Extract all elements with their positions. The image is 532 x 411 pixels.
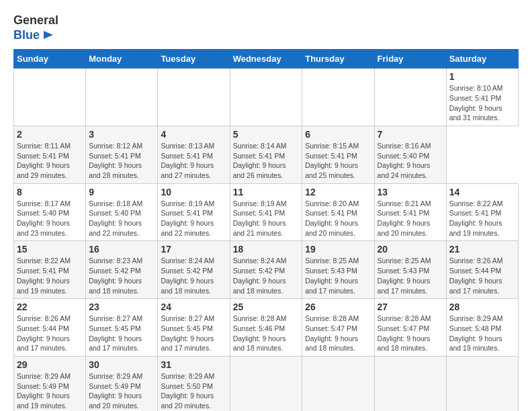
day-info: Sunrise: 8:11 AMSunset: 5:41 PMDaylight:… [17, 141, 83, 181]
day-cell-12: 12Sunrise: 8:20 AMSunset: 5:41 PMDayligh… [302, 183, 374, 241]
day-info: Sunrise: 8:18 AMSunset: 5:40 PMDaylight:… [89, 199, 154, 238]
day-number: 14 [449, 187, 515, 197]
logo-arrow-icon [41, 30, 54, 40]
day-cell-15: 15Sunrise: 8:22 AMSunset: 5:41 PMDayligh… [14, 241, 86, 299]
empty-cell [86, 68, 158, 126]
calendar-week-3: 8Sunrise: 8:17 AMSunset: 5:40 PMDaylight… [14, 183, 519, 241]
day-info: Sunrise: 8:19 AMSunset: 5:41 PMDaylight:… [233, 199, 300, 238]
day-cell-7: 7Sunrise: 8:16 AMSunset: 5:40 PMDaylight… [374, 126, 446, 183]
day-number: 22 [17, 302, 83, 312]
empty-cell [230, 68, 302, 126]
day-info: Sunrise: 8:28 AMSunset: 5:47 PMDaylight:… [305, 314, 371, 353]
empty-cell [374, 68, 446, 126]
day-info: Sunrise: 8:12 AMSunset: 5:41 PMDaylight:… [89, 141, 154, 181]
header-monday: Monday [86, 50, 158, 68]
day-number: 17 [161, 244, 226, 255]
empty-cell [302, 68, 374, 126]
day-info: Sunrise: 8:16 AMSunset: 5:40 PMDaylight:… [378, 141, 443, 181]
day-number: 19 [305, 244, 371, 255]
day-info: Sunrise: 8:21 AMSunset: 5:41 PMDaylight:… [378, 199, 443, 238]
calendar-week-4: 15Sunrise: 8:22 AMSunset: 5:41 PMDayligh… [14, 241, 519, 299]
logo-general: General [13, 13, 58, 28]
header-thursday: Thursday [302, 50, 374, 68]
day-info: Sunrise: 8:28 AMSunset: 5:46 PMDaylight:… [233, 314, 300, 353]
day-cell-20: 20Sunrise: 8:25 AMSunset: 5:43 PMDayligh… [374, 241, 446, 299]
day-info: Sunrise: 8:29 AMSunset: 5:50 PMDaylight:… [161, 371, 226, 411]
day-cell-4: 4Sunrise: 8:13 AMSunset: 5:41 PMDaylight… [158, 126, 230, 183]
day-cell-10: 10Sunrise: 8:19 AMSunset: 5:41 PMDayligh… [158, 183, 230, 241]
day-cell-28: 28Sunrise: 8:29 AMSunset: 5:48 PMDayligh… [446, 299, 518, 357]
day-info: Sunrise: 8:28 AMSunset: 5:47 PMDaylight:… [378, 314, 443, 353]
day-info: Sunrise: 8:26 AMSunset: 5:44 PMDaylight:… [449, 256, 515, 295]
svg-marker-0 [44, 31, 53, 39]
day-number: 31 [161, 359, 226, 370]
day-number: 12 [305, 187, 371, 197]
day-cell-30: 30Sunrise: 8:29 AMSunset: 5:49 PMDayligh… [86, 356, 158, 411]
day-number: 26 [305, 302, 371, 312]
calendar-week-6: 29Sunrise: 8:29 AMSunset: 5:49 PMDayligh… [14, 356, 519, 411]
header-sunday: Sunday [14, 50, 86, 68]
header-tuesday: Tuesday [158, 50, 230, 68]
day-cell-6: 6Sunrise: 8:15 AMSunset: 5:41 PMDaylight… [302, 126, 374, 183]
day-number: 20 [378, 244, 443, 255]
day-cell-19: 19Sunrise: 8:25 AMSunset: 5:43 PMDayligh… [302, 241, 374, 299]
calendar-week-2: 2Sunrise: 8:11 AMSunset: 5:41 PMDaylight… [14, 126, 519, 183]
day-cell-22: 22Sunrise: 8:26 AMSunset: 5:44 PMDayligh… [14, 299, 86, 357]
day-info: Sunrise: 8:22 AMSunset: 5:41 PMDaylight:… [449, 199, 515, 238]
day-info: Sunrise: 8:23 AMSunset: 5:42 PMDaylight:… [89, 256, 154, 295]
day-info: Sunrise: 8:17 AMSunset: 5:40 PMDaylight:… [17, 199, 83, 238]
empty-cell [374, 356, 446, 411]
day-number: 27 [378, 302, 443, 312]
day-info: Sunrise: 8:25 AMSunset: 5:43 PMDaylight:… [305, 256, 371, 295]
day-number: 21 [449, 244, 515, 255]
day-number: 13 [378, 187, 443, 197]
day-cell-31: 31Sunrise: 8:29 AMSunset: 5:50 PMDayligh… [158, 356, 230, 411]
day-info: Sunrise: 8:20 AMSunset: 5:41 PMDaylight:… [305, 199, 371, 238]
day-number: 10 [161, 187, 226, 197]
day-cell-23: 23Sunrise: 8:27 AMSunset: 5:45 PMDayligh… [86, 299, 158, 357]
day-number: 8 [17, 187, 83, 197]
day-info: Sunrise: 8:13 AMSunset: 5:41 PMDaylight:… [161, 141, 226, 181]
day-number: 28 [449, 302, 515, 312]
day-number: 18 [233, 244, 300, 255]
day-info: Sunrise: 8:29 AMSunset: 5:49 PMDaylight:… [89, 371, 154, 411]
day-cell-26: 26Sunrise: 8:28 AMSunset: 5:47 PMDayligh… [302, 299, 374, 357]
day-number: 24 [161, 302, 226, 312]
header-saturday: Saturday [446, 50, 518, 68]
empty-cell [446, 356, 518, 411]
day-cell-3: 3Sunrise: 8:12 AMSunset: 5:41 PMDaylight… [86, 126, 158, 183]
empty-cell [230, 356, 302, 411]
day-cell-13: 13Sunrise: 8:21 AMSunset: 5:41 PMDayligh… [374, 183, 446, 241]
day-cell-5: 5Sunrise: 8:14 AMSunset: 5:41 PMDaylight… [230, 126, 302, 183]
day-number: 25 [233, 302, 300, 312]
empty-cell [14, 68, 86, 126]
day-info: Sunrise: 8:24 AMSunset: 5:42 PMDaylight:… [233, 256, 300, 295]
calendar-week-1: 1Sunrise: 8:10 AMSunset: 5:41 PMDaylight… [14, 68, 519, 126]
logo-blue: Blue [13, 28, 40, 43]
day-cell-9: 9Sunrise: 8:18 AMSunset: 5:40 PMDaylight… [86, 183, 158, 241]
day-number: 2 [17, 129, 83, 140]
day-cell-8: 8Sunrise: 8:17 AMSunset: 5:40 PMDaylight… [14, 183, 86, 241]
day-number: 5 [233, 129, 300, 140]
day-cell-14: 14Sunrise: 8:22 AMSunset: 5:41 PMDayligh… [446, 183, 518, 241]
day-number: 11 [233, 187, 300, 197]
day-number: 7 [378, 129, 443, 140]
header: General Blue [13, 13, 519, 42]
empty-cell [302, 356, 374, 411]
day-number: 1 [449, 71, 515, 82]
day-info: Sunrise: 8:10 AMSunset: 5:41 PMDaylight:… [449, 83, 515, 123]
day-info: Sunrise: 8:29 AMSunset: 5:48 PMDaylight:… [449, 314, 515, 353]
day-cell-21: 21Sunrise: 8:26 AMSunset: 5:44 PMDayligh… [446, 241, 518, 299]
day-info: Sunrise: 8:27 AMSunset: 5:45 PMDaylight:… [89, 314, 154, 353]
day-cell-24: 24Sunrise: 8:27 AMSunset: 5:45 PMDayligh… [158, 299, 230, 357]
day-number: 29 [17, 359, 83, 370]
calendar-header-row: SundayMondayTuesdayWednesdayThursdayFrid… [14, 50, 519, 68]
day-number: 9 [89, 187, 154, 197]
logo: General Blue [13, 13, 58, 42]
header-wednesday: Wednesday [230, 50, 302, 68]
day-info: Sunrise: 8:19 AMSunset: 5:41 PMDaylight:… [161, 199, 226, 238]
day-number: 3 [89, 129, 154, 140]
day-info: Sunrise: 8:24 AMSunset: 5:42 PMDaylight:… [161, 256, 226, 295]
day-info: Sunrise: 8:15 AMSunset: 5:41 PMDaylight:… [305, 141, 371, 181]
day-cell-25: 25Sunrise: 8:28 AMSunset: 5:46 PMDayligh… [230, 299, 302, 357]
